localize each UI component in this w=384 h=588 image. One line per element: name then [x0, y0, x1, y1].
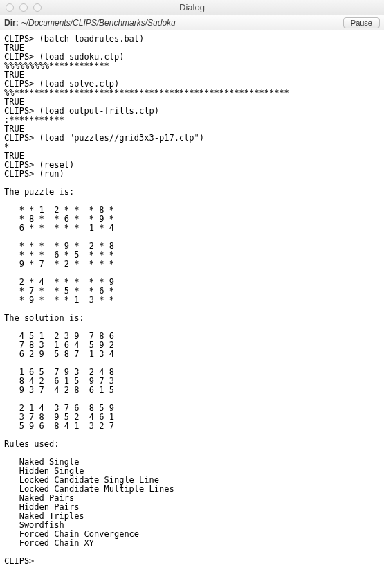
toolbar: Dir: ~/Documents/CLIPS/Benchmarks/Sudoku…	[0, 15, 384, 30]
titlebar: Dialog	[0, 0, 384, 15]
dir-label: Dir:	[4, 18, 19, 28]
dir-path: ~/Documents/CLIPS/Benchmarks/Sudoku	[21, 18, 343, 28]
terminal-output[interactable]: CLIPS> (batch loadrules.bat) TRUE CLIPS>…	[0, 30, 384, 588]
zoom-icon[interactable]	[33, 3, 42, 12]
traffic-lights	[0, 3, 42, 12]
window-title: Dialog	[0, 2, 384, 12]
pause-button[interactable]: Pause	[343, 17, 380, 28]
close-icon[interactable]	[6, 3, 14, 12]
minimize-icon[interactable]	[19, 3, 28, 12]
